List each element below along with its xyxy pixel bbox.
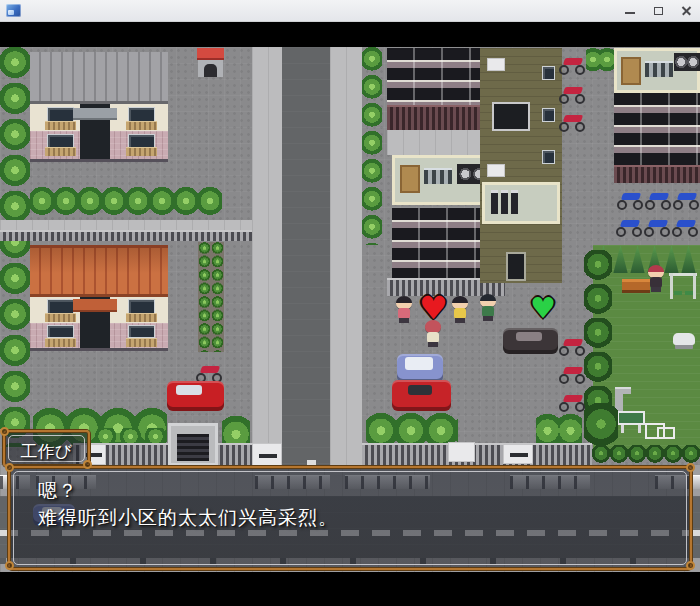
window xyxy=(128,134,155,148)
road-vertical xyxy=(282,47,330,470)
entrance-awning xyxy=(73,299,117,312)
window xyxy=(128,107,155,122)
speaker-name: 工作び xyxy=(5,440,88,463)
utility-box xyxy=(503,444,533,464)
vegetable-garden xyxy=(198,242,224,352)
window xyxy=(128,325,155,338)
motorbike-red-icon xyxy=(559,336,585,356)
base-shadow xyxy=(30,159,168,162)
motorbike-red-icon xyxy=(559,84,585,104)
game-window: ♥ ♥ xyxy=(0,0,700,606)
car-windows xyxy=(516,332,542,341)
hedge-row xyxy=(30,187,222,220)
rooftop-terrace-2 xyxy=(482,182,560,224)
ac-fan-unit xyxy=(674,53,700,71)
bicycle-red-icon xyxy=(196,363,222,383)
blue-van xyxy=(397,354,443,383)
npc-woman-pink[interactable] xyxy=(393,296,415,324)
ac-unit xyxy=(487,164,505,177)
name-box: 工作び xyxy=(3,430,90,467)
garage xyxy=(168,423,218,466)
ac-unit xyxy=(487,58,505,71)
dialog-line-1: 嗯？ xyxy=(38,478,78,504)
frame-ornament xyxy=(83,460,92,469)
balcony xyxy=(45,338,76,347)
rooftop xyxy=(614,48,700,93)
motorbike-red-icon xyxy=(559,112,585,132)
vent-pillar xyxy=(491,190,498,214)
vent-pillar xyxy=(511,190,518,214)
close-button[interactable] xyxy=(672,0,700,22)
conifer-tree xyxy=(680,245,697,273)
rooftop-equipment xyxy=(424,168,452,184)
park-hedge-bottom xyxy=(592,445,700,465)
bicycle-blue-icon xyxy=(616,217,642,237)
balcony xyxy=(126,121,157,130)
sidewalk-strip xyxy=(0,220,252,230)
window xyxy=(542,66,555,80)
shed-roof xyxy=(197,48,224,60)
apartment-house-b xyxy=(30,245,168,351)
window xyxy=(128,299,155,314)
entrance-building xyxy=(480,48,562,283)
red-sports-car xyxy=(392,380,451,411)
window xyxy=(542,108,555,122)
block-wall xyxy=(0,230,252,241)
rooftop-crate xyxy=(621,57,641,85)
notice-board xyxy=(617,411,645,433)
roof-orange xyxy=(30,245,168,297)
balcony xyxy=(45,147,76,156)
entrance-canopy xyxy=(73,108,117,120)
bicycle-blue-icon xyxy=(644,217,670,237)
npc-man-green[interactable] xyxy=(477,294,499,322)
garage-door xyxy=(177,434,209,461)
tree-pair xyxy=(586,47,614,77)
conifer-tree xyxy=(629,245,646,273)
park-tree-column xyxy=(584,250,612,410)
balcony xyxy=(45,121,76,130)
shed-door xyxy=(204,64,217,77)
climbing-frame xyxy=(657,427,675,439)
motorbike-red-icon xyxy=(559,392,585,412)
npc-red-haired-girl[interactable] xyxy=(645,265,667,293)
motorbike-red-icon xyxy=(559,55,585,75)
maximize-icon xyxy=(654,7,663,15)
swing-set xyxy=(669,271,697,301)
window xyxy=(47,107,74,122)
balcony-fence xyxy=(614,165,700,183)
street-wall-right xyxy=(362,443,592,465)
dialog-box[interactable]: 嗯？ 难得听到小区的太太们兴高采烈。 xyxy=(8,466,692,570)
conifer-tree xyxy=(612,245,629,273)
windshield xyxy=(408,385,432,395)
close-icon xyxy=(681,5,692,16)
player-character[interactable] xyxy=(422,320,444,348)
shed xyxy=(197,48,224,77)
window xyxy=(47,325,74,338)
window xyxy=(47,134,74,148)
npc-woman-yellow[interactable] xyxy=(449,296,471,324)
window-controls xyxy=(616,0,700,22)
spring-rider xyxy=(673,333,695,345)
tree-strip-left xyxy=(0,47,30,447)
app-icon xyxy=(6,4,21,17)
green-heart-icon: ♥ xyxy=(530,294,556,323)
rear-door xyxy=(506,252,526,281)
minimize-button[interactable] xyxy=(616,0,644,22)
bicycle-blue-icon xyxy=(617,190,643,210)
maximize-button[interactable] xyxy=(644,0,672,22)
apartment-complex-b xyxy=(614,48,700,183)
apartment-house-a xyxy=(30,52,168,162)
balcony xyxy=(45,313,76,322)
dark-sedan xyxy=(503,328,558,354)
balcony xyxy=(126,147,157,156)
balcony xyxy=(126,338,157,347)
bicycle-blue-icon xyxy=(672,217,698,237)
letterbox-bottom xyxy=(0,572,700,606)
hedge-column xyxy=(362,47,382,245)
title-bar[interactable] xyxy=(0,0,700,22)
motorbike-red-icon xyxy=(559,364,585,384)
roof-gray xyxy=(30,52,168,104)
red-car-left xyxy=(167,381,224,411)
bicycle-blue-icon xyxy=(645,190,671,210)
dialog-line-2: 难得听到小区的太太们兴高采烈。 xyxy=(38,505,338,531)
